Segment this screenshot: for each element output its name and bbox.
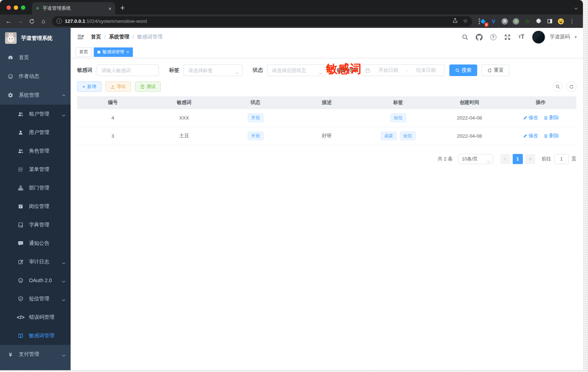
delete-button[interactable]: 删除 xyxy=(543,114,559,121)
extension-vimium-icon[interactable]: V xyxy=(490,18,497,25)
address-bar[interactable]: i 127.0.0.1:1024/system/sensitive-word ☆ xyxy=(52,16,472,26)
profile-emoji-icon[interactable] xyxy=(557,18,564,25)
browser-menu-icon[interactable]: ⋮ xyxy=(568,18,576,25)
breadcrumb-system[interactable]: 系统管理 xyxy=(109,34,129,40)
table-row: 3土豆开启好呀蔬菜短信2022-04-08修改删除 xyxy=(77,127,576,145)
share-icon[interactable] xyxy=(452,18,458,25)
export-button[interactable]: 导出 xyxy=(105,81,131,92)
goto-page-input[interactable] xyxy=(554,154,569,164)
tenant-icon xyxy=(17,111,24,117)
status-select[interactable] xyxy=(267,64,326,76)
sidebar-item-sensitive-word[interactable]: 敏感词管理 xyxy=(0,326,71,345)
chevron-down-icon xyxy=(63,296,65,302)
admin-app: 芋道管理系统 首页作者动态系统管理租户管理用户管理角色管理菜单管理部门管理岗位管… xyxy=(0,28,583,370)
column-header: 操作 xyxy=(505,96,576,109)
search-button[interactable]: 搜索 xyxy=(449,64,477,76)
sidebar-item-dict[interactable]: 字典管理 xyxy=(0,216,71,234)
bookmark-star-icon[interactable]: ☆ xyxy=(463,18,468,25)
header-search-icon[interactable] xyxy=(459,32,470,42)
tab-home[interactable]: 首页 xyxy=(76,47,92,57)
code-icon: </> xyxy=(17,314,24,321)
refresh-table-button[interactable] xyxy=(566,81,576,92)
sidebar-collapse-icon[interactable] xyxy=(76,32,85,42)
reload-button[interactable] xyxy=(27,16,37,26)
sidebar-item-author-feed[interactable]: 作者动态 xyxy=(0,67,71,86)
sidebar-item-sms[interactable]: 短信管理 xyxy=(0,289,71,308)
sidebar-item-user[interactable]: 用户管理 xyxy=(0,123,71,142)
extensions-puzzle-icon[interactable] xyxy=(535,18,542,25)
breadcrumb-home[interactable]: 首页 xyxy=(91,34,101,40)
keyword-input[interactable] xyxy=(97,64,159,76)
cell-word: XXX xyxy=(148,109,220,127)
sidebar-toggle-icon[interactable] xyxy=(546,18,553,25)
browser-tab[interactable]: ✳ 芋道管理系统 × xyxy=(32,2,115,14)
close-window-button[interactable] xyxy=(7,5,11,10)
sidebar-item-label: 系统管理 xyxy=(19,92,58,99)
tab-close-icon[interactable]: × xyxy=(108,5,112,12)
user-menu-caret-icon[interactable]: ▼ xyxy=(574,35,578,39)
extension-recorder-icon[interactable] xyxy=(512,18,520,25)
sidebar-item-label: 角色管理 xyxy=(29,148,65,154)
extension-star-icon[interactable]: ☆ xyxy=(524,18,531,25)
back-button[interactable]: ← xyxy=(4,16,14,26)
new-tab-button[interactable]: + xyxy=(120,4,125,12)
tab-search-chevron-icon[interactable] xyxy=(575,4,577,10)
username[interactable]: 芋道源码 xyxy=(550,34,570,40)
extension-command-icon[interactable]: ⌘ xyxy=(501,18,508,25)
user-avatar[interactable] xyxy=(532,31,545,43)
sidebar-item-error-code[interactable]: </>错误码管理 xyxy=(0,308,71,326)
sidebar-item-label: 敏感词管理 xyxy=(29,333,65,339)
sidebar-item-pay[interactable]: ¥支付管理 xyxy=(0,345,71,364)
sidebar-item-label: 错误码管理 xyxy=(29,314,65,321)
github-icon[interactable] xyxy=(474,32,484,42)
date-range-picker[interactable]: 开始日期 - 结束日期 xyxy=(361,64,445,76)
zoom-window-button[interactable] xyxy=(21,5,25,10)
home-button[interactable]: ⌂ xyxy=(38,16,49,26)
tab-sensitive-word[interactable]: 敏感词管理× xyxy=(94,47,133,57)
sidebar-item-oauth2[interactable]: OAuth 2.0 xyxy=(0,271,71,289)
minimize-window-button[interactable] xyxy=(14,5,18,10)
table-body: 4XXX开启短信2022-04-08修改删除3土豆开启好呀蔬菜短信2022-04… xyxy=(77,109,576,145)
extension-badge: 9 xyxy=(484,22,488,27)
sidebar-item-audit-log[interactable]: 审计日志 xyxy=(0,252,71,271)
favicon-leaf-icon: ✳ xyxy=(35,5,40,11)
sidebar-logo[interactable]: 芋道管理系统 xyxy=(0,28,71,48)
font-size-icon[interactable]: TT xyxy=(516,32,527,42)
total-count: 共 2 条 xyxy=(437,156,453,162)
date-end-placeholder[interactable]: 结束日期 xyxy=(411,67,441,74)
sidebar-item-notice[interactable]: 通知公告 xyxy=(0,234,71,252)
edit-button[interactable]: 修改 xyxy=(523,114,538,121)
test-button[interactable]: 测试 xyxy=(135,81,161,92)
sidebar-item-post[interactable]: 岗位管理 xyxy=(0,197,71,216)
chevron-down-icon xyxy=(236,69,238,75)
help-icon[interactable]: ? xyxy=(488,32,499,42)
sidebar-item-dept[interactable]: 部门管理 xyxy=(0,179,71,197)
refresh-icon xyxy=(569,84,574,89)
extension-diamond-icon[interactable]: 9 xyxy=(479,18,486,25)
goto-unit: 页 xyxy=(572,156,577,162)
sidebar-item-home[interactable]: 首页 xyxy=(0,48,71,67)
sidebar-item-menu[interactable]: 菜单管理 xyxy=(0,160,71,179)
tag-select[interactable] xyxy=(184,64,243,76)
delete-button[interactable]: 删除 xyxy=(543,133,559,139)
fullscreen-icon[interactable] xyxy=(502,32,513,42)
window-controls xyxy=(0,5,32,14)
site-info-icon[interactable]: i xyxy=(56,18,62,24)
date-start-placeholder[interactable]: 开始日期 xyxy=(373,67,403,74)
browser-toolbar: ← → ⌂ i 127.0.0.1:1024/system/sensitive-… xyxy=(0,14,583,28)
tab-close-icon[interactable]: × xyxy=(126,49,129,55)
cell-created: 2022-04-08 xyxy=(434,109,505,127)
url-host: 127.0.0.1 xyxy=(65,18,85,24)
prev-page-button[interactable] xyxy=(500,154,511,164)
show-search-button[interactable] xyxy=(553,81,563,92)
sidebar-item-role[interactable]: 角色管理 xyxy=(0,142,71,160)
add-button[interactable]: + 新增 xyxy=(77,81,101,92)
dict-icon xyxy=(17,222,24,228)
reset-button[interactable]: 重置 xyxy=(482,64,509,76)
next-page-button[interactable] xyxy=(525,154,535,164)
page-number-1[interactable]: 1 xyxy=(513,154,523,164)
sidebar-item-system[interactable]: 系统管理 xyxy=(0,86,71,105)
sidebar-item-tenant[interactable]: 租户管理 xyxy=(0,105,71,123)
edit-button[interactable]: 修改 xyxy=(523,133,538,139)
forward-button[interactable]: → xyxy=(15,16,25,26)
